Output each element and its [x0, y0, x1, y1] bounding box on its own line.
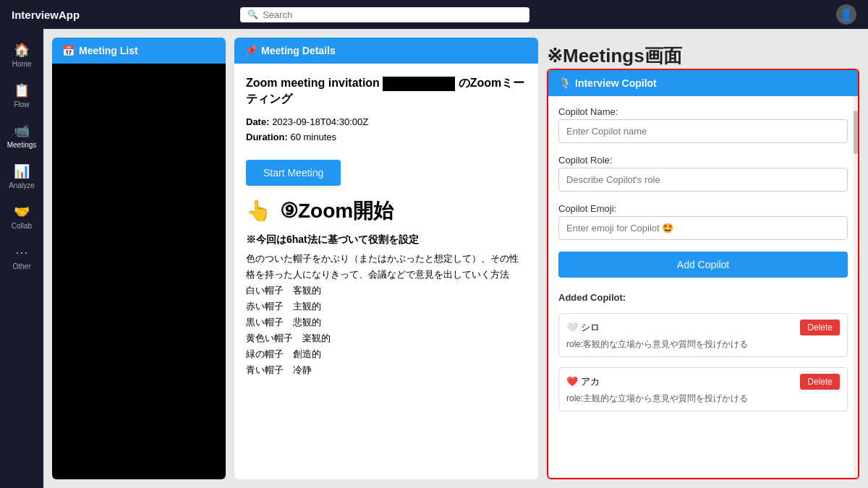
- delete-copilot-0-button[interactable]: Delete: [800, 320, 840, 335]
- sidebar-item-collab-label: Collab: [12, 222, 32, 230]
- meeting-list-icon: 📅: [62, 45, 75, 56]
- sidebar-item-home[interactable]: 🏠 Home: [0, 36, 43, 74]
- copilot-role-label: Copilot Role:: [558, 155, 848, 166]
- copilot-entry-1: ❤️ アカ Delete role:主観的な立場から意見や質問を投げかける: [558, 367, 848, 411]
- zoom-label: ⑨Zoom開始: [280, 197, 393, 225]
- added-copilot-label: Added Copilot:: [558, 292, 848, 303]
- copilot-scrollbar[interactable]: [854, 96, 858, 478]
- copilot-name-input[interactable]: [558, 119, 848, 143]
- meeting-duration-value: 60 minutes: [290, 132, 336, 142]
- copilot-name-field-wrapper: Copilot Name:: [558, 106, 848, 149]
- copilot-header-icon: 🎙️: [558, 77, 571, 89]
- meeting-date-row: Date: 2023-09-18T04:30:00Z: [246, 116, 527, 127]
- meeting-list-content: [52, 64, 226, 479]
- meeting-duration-row: Duration: 60 minutes: [246, 132, 527, 142]
- user-icon: 👤: [839, 8, 854, 22]
- sidebar-item-meetings[interactable]: 📹 Meetings: [0, 117, 43, 155]
- meeting-list-title: Meeting List: [79, 45, 138, 56]
- copilot-role-input[interactable]: [558, 168, 848, 192]
- copilot-emoji-label: Copilot Emoji:: [558, 203, 848, 214]
- meeting-details-content: Zoom meeting invitation のZoomミーティング Date…: [234, 64, 538, 479]
- sidebar-item-analyze-label: Analyze: [9, 181, 35, 189]
- meeting-details-title: Meeting Details: [261, 45, 336, 56]
- meeting-date-value: 2023-09-18T04:30:00Z: [272, 116, 368, 127]
- copilot-name-label: Copilot Name:: [558, 106, 848, 117]
- app-title: InterviewApp: [12, 9, 80, 21]
- meeting-invitation-title: Zoom meeting invitation のZoomミーティング: [246, 75, 527, 108]
- copilot-entry-header-1: ❤️ アカ Delete: [566, 374, 840, 390]
- meetings-screen-annotation: ※Meetings画面: [547, 38, 859, 69]
- sidebar-item-flow-label: Flow: [14, 100, 29, 108]
- collab-icon: 🤝: [14, 204, 30, 220]
- meeting-list-panel: 📅 Meeting List: [52, 38, 226, 479]
- copilot-entry-0: 🤍 シロ Delete role:客観的な立場から意見や質問を投げかける: [558, 313, 848, 357]
- sidebar: 🏠 Home 📋 Flow 📹 Meetings 📊 Analyze 🤝 Col…: [0, 29, 43, 488]
- add-copilot-button[interactable]: Add Copilot: [558, 252, 848, 278]
- copilot-name-0: 🤍 シロ: [566, 321, 600, 334]
- copilot-emoji-field-wrapper: Copilot Emoji:: [558, 203, 848, 246]
- redacted-name: [383, 77, 455, 91]
- start-meeting-button[interactable]: Start Meeting: [246, 160, 341, 186]
- sidebar-item-flow[interactable]: 📋 Flow: [0, 77, 43, 114]
- copilot-role-1: role:主観的な立場から意見や質問を投げかける: [566, 393, 840, 405]
- meeting-details-header: 📌 Meeting Details: [234, 38, 538, 64]
- top-nav: InterviewApp 🔍 👤: [0, 0, 868, 29]
- copilot-role-field-wrapper: Copilot Role:: [558, 155, 848, 197]
- user-avatar[interactable]: 👤: [836, 4, 856, 25]
- flow-icon: 📋: [14, 82, 30, 98]
- main-layout: 🏠 Home 📋 Flow 📹 Meetings 📊 Analyze 🤝 Col…: [0, 29, 868, 488]
- other-icon: ⋯: [15, 244, 28, 260]
- copilot-emoji-input[interactable]: [558, 216, 848, 240]
- sidebar-item-collab[interactable]: 🤝 Collab: [0, 198, 43, 236]
- meeting-details-panel: 📌 Meeting Details Zoom meeting invitatio…: [234, 38, 538, 479]
- copilot-panel: 🎙️ Interview Copilot Copilot Name: Copil…: [547, 69, 859, 479]
- search-input[interactable]: [263, 9, 522, 20]
- delete-copilot-1-button[interactable]: Delete: [800, 374, 840, 390]
- sidebar-item-meetings-label: Meetings: [7, 141, 37, 149]
- search-bar[interactable]: 🔍: [240, 7, 529, 22]
- explanation-text: 色のついた帽子をかぶり（またはかぶったと想定して）、その性格を持った人になりきっ…: [246, 251, 527, 379]
- search-icon: 🔍: [247, 9, 258, 20]
- meeting-details-icon: 📌: [244, 45, 257, 56]
- sidebar-item-other[interactable]: ⋯ Other: [0, 239, 43, 276]
- sidebar-item-other-label: Other: [12, 262, 30, 270]
- cursor-icon: 👆: [246, 201, 271, 221]
- content-area: 📅 Meeting List 📌 Meeting Details Zoom me…: [43, 29, 868, 488]
- zoom-annotation: 👆 ⑨Zoom開始: [246, 197, 527, 225]
- analyze-icon: 📊: [14, 163, 30, 179]
- sidebar-item-home-label: Home: [12, 60, 32, 68]
- annotation-title: ※今回は6hat法に基づいて役割を設定: [246, 234, 527, 247]
- copilot-name-1: ❤️ アカ: [566, 375, 600, 388]
- meetings-icon: 📹: [14, 123, 30, 139]
- meeting-list-header: 📅 Meeting List: [52, 38, 226, 64]
- copilot-entry-header-0: 🤍 シロ Delete: [566, 320, 840, 335]
- copilot-role-0: role:客観的な立場から意見や質問を投げかける: [566, 338, 840, 351]
- home-icon: 🏠: [14, 42, 30, 58]
- sidebar-item-analyze[interactable]: 📊 Analyze: [0, 158, 43, 195]
- copilot-content: Copilot Name: Copilot Role: Copilot Emoj…: [548, 96, 858, 478]
- copilot-header-title: Interview Copilot: [575, 77, 657, 89]
- copilot-header: 🎙️ Interview Copilot: [548, 70, 858, 96]
